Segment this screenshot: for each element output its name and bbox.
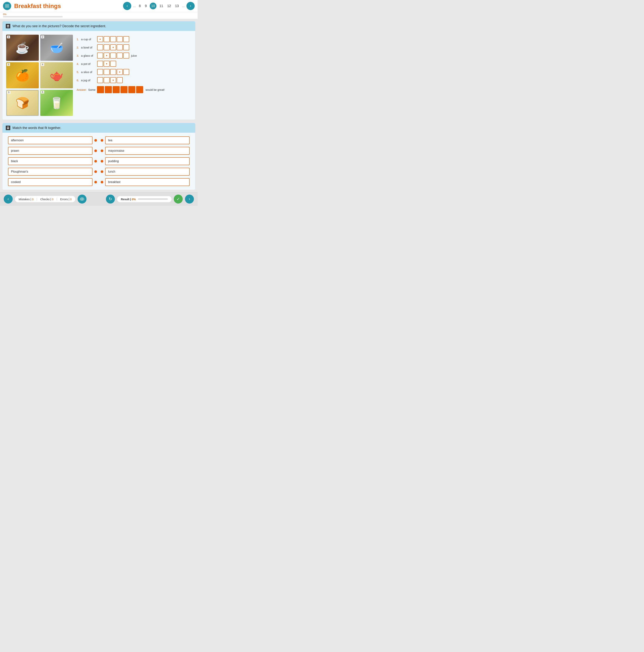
answer-box[interactable]: [97, 86, 104, 93]
progress-bar-container: 0%: [0, 12, 198, 19]
page-dots-left: ...: [133, 4, 136, 8]
next-page-button[interactable]: ›: [186, 2, 195, 10]
checks-value: 0: [52, 197, 53, 201]
svg-rect-0: [5, 5, 9, 5]
match-dot: [95, 160, 97, 163]
letter-box[interactable]: [110, 61, 116, 67]
letter-box[interactable]: [104, 77, 110, 83]
letter-box[interactable]: [110, 77, 116, 83]
answer-box[interactable]: [136, 86, 143, 93]
letter-box[interactable]: [104, 69, 110, 75]
progress-label: 0%: [3, 13, 195, 16]
match-left-4: Ploughman's: [8, 168, 97, 175]
letter-box[interactable]: [97, 44, 103, 50]
match-box-mayonnaise[interactable]: mayonnaise: [105, 147, 190, 155]
clue-3-boxes: [97, 53, 129, 58]
exercise-1-instruction: What do you see in the pictures? Decode …: [12, 24, 106, 28]
bowl-photo: [40, 35, 73, 61]
svg-rect-5: [7, 127, 9, 128]
letter-box[interactable]: [117, 36, 123, 42]
letter-box[interactable]: [104, 53, 110, 58]
answer-box[interactable]: [120, 86, 128, 93]
match-dot: [95, 170, 97, 173]
page-12[interactable]: 12: [166, 3, 172, 9]
clue-2-boxes: [97, 44, 129, 50]
pagination: ‹ ... 8 9 10 11 12 13 ... ›: [123, 2, 195, 10]
answer-box[interactable]: [113, 86, 120, 93]
toast-photo: [6, 90, 38, 115]
match-dot: [101, 139, 103, 142]
coffee-photo: [6, 35, 39, 61]
match-left-col: afternoon prawn black Ploughman's: [8, 136, 97, 186]
clues-section: 1. a cup of 2. a bowl of: [77, 35, 191, 116]
page-8[interactable]: 8: [138, 3, 142, 9]
page-13[interactable]: 13: [174, 3, 180, 9]
match-box-breakfast[interactable]: breakfast: [105, 178, 190, 186]
letter-box[interactable]: [110, 44, 116, 50]
letter-box[interactable]: [117, 44, 123, 50]
clue-5: 5. a slice of: [77, 69, 191, 75]
letter-box[interactable]: [110, 69, 116, 75]
letter-box[interactable]: [97, 53, 103, 58]
juice-photo: [6, 62, 39, 88]
letter-box[interactable]: [117, 69, 123, 75]
eye-button[interactable]: [78, 195, 86, 203]
prev-page-button[interactable]: ‹: [123, 2, 131, 10]
result-track: [138, 198, 168, 200]
letter-box[interactable]: [123, 36, 129, 42]
letter-box[interactable]: [117, 53, 123, 58]
exercise-1-body: 1 2 3 4 5: [2, 31, 195, 120]
letter-box[interactable]: [104, 61, 110, 67]
match-box-pudding[interactable]: pudding: [105, 157, 190, 165]
letter-box[interactable]: [97, 77, 103, 83]
letter-box[interactable]: [110, 36, 116, 42]
letter-box[interactable]: [123, 53, 129, 58]
match-box-prawn[interactable]: prawn: [8, 147, 92, 155]
footer-next-button[interactable]: ›: [185, 195, 194, 203]
page-9[interactable]: 9: [144, 3, 148, 9]
match-box-tea[interactable]: tea: [105, 136, 190, 144]
match-right-1: tea: [101, 136, 190, 144]
check-button[interactable]: ✓: [174, 195, 183, 203]
footer-prev-button[interactable]: ‹: [4, 195, 13, 203]
image-1: 1: [6, 35, 39, 61]
match-dot: [95, 181, 97, 183]
match-dot: [95, 139, 97, 142]
letter-box[interactable]: [97, 69, 103, 75]
page-title: Breakfast things: [14, 3, 120, 9]
match-right-col: tea mayonnaise pudding lunch: [101, 136, 190, 186]
match-box-lunch[interactable]: lunch: [105, 168, 190, 175]
match-box-black[interactable]: black: [8, 157, 92, 165]
letter-box[interactable]: [104, 44, 110, 50]
match-box-cooked[interactable]: cooked: [8, 178, 92, 186]
match-dot: [101, 150, 103, 152]
page-10-active[interactable]: 10: [150, 3, 156, 9]
footer-left: ‹ Mistakes | 0 | Checks | 0 | Errors | 0: [4, 195, 86, 203]
letter-box[interactable]: [123, 44, 129, 50]
answer-box[interactable]: [128, 86, 135, 93]
menu-button[interactable]: [3, 2, 11, 10]
letter-box[interactable]: [104, 36, 110, 42]
page-11[interactable]: 11: [158, 3, 164, 9]
svg-point-8: [81, 198, 83, 200]
clue-4: 4. a pot of: [77, 61, 191, 67]
exercise-2-body: afternoon prawn black Ploughman's: [2, 133, 195, 190]
letter-box[interactable]: [110, 53, 116, 58]
match-box-ploughmans[interactable]: Ploughman's: [8, 168, 92, 175]
letter-box[interactable]: [117, 77, 123, 83]
clue-6: 6. a jug of: [77, 77, 191, 83]
letter-box[interactable]: [97, 36, 103, 42]
exercise-2-instruction: Match the words that fit together.: [12, 126, 61, 130]
milk-photo: [40, 90, 73, 116]
app-header: Breakfast things ‹ ... 8 9 10 11 12 13 .…: [0, 0, 198, 12]
progress-track: [3, 16, 63, 17]
match-left-1: afternoon: [8, 136, 97, 144]
match-box-afternoon[interactable]: afternoon: [8, 136, 92, 144]
answer-box[interactable]: [105, 86, 112, 93]
teapot-photo: [40, 62, 73, 88]
refresh-button[interactable]: ↻: [106, 195, 115, 203]
image-5: 5: [6, 90, 39, 116]
letter-box[interactable]: [97, 61, 103, 67]
letter-box[interactable]: [123, 69, 129, 75]
svg-rect-1: [5, 6, 9, 6]
